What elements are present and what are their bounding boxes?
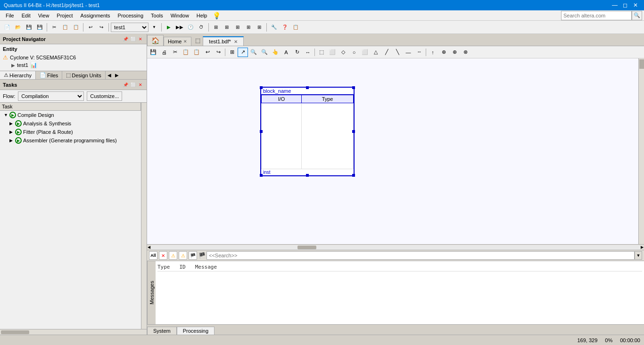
clock-button[interactable]: 🕐 (185, 22, 196, 33)
canvas-circle-btn[interactable]: ○ (349, 48, 359, 57)
canvas-zoomout-btn[interactable]: 🔍 (259, 48, 270, 57)
msg-tab-system[interactable]: System (147, 327, 177, 335)
tab-design-units[interactable]: ⬚ Design Units (62, 71, 105, 79)
run2-button[interactable]: ▶▶ (174, 22, 185, 33)
handle-tr[interactable] (352, 86, 355, 89)
menu-file[interactable]: File (2, 12, 18, 19)
pn-close-button[interactable]: ✕ (137, 36, 144, 42)
canvas-vscroll[interactable] (638, 58, 644, 244)
expand-icon-3[interactable]: ▶ (9, 138, 15, 143)
canvas-diag1-btn[interactable]: ╱ (381, 48, 392, 57)
canvas-redo-btn[interactable]: ↪ (213, 48, 223, 57)
design-canvas[interactable]: block_name I/O Type (147, 58, 644, 244)
tab-icon[interactable]: ⬚ (192, 35, 203, 46)
handle-br[interactable] (352, 174, 355, 177)
menu-processing[interactable]: Processing (114, 12, 147, 19)
tb5-button[interactable]: ⊞ (254, 22, 264, 33)
nav-next-button[interactable]: ▶ (113, 71, 121, 79)
menu-tools[interactable]: Tools (147, 12, 167, 19)
canvas-mirror-btn[interactable]: ↔ (303, 48, 313, 57)
expand-icon-2[interactable]: ▶ (9, 130, 15, 134)
timer-button[interactable]: ⏱ (196, 22, 206, 33)
canvas-print-btn[interactable]: 🖨 (159, 48, 169, 57)
tab-bdf[interactable]: test1.bdf* ✕ (203, 36, 243, 46)
sidebar-hscroll-thumb[interactable] (1, 330, 29, 334)
canvas-vscroll-thumb[interactable] (639, 59, 644, 69)
close-button[interactable]: ✕ (631, 0, 640, 10)
msg-search-dropdown[interactable]: ▼ (635, 251, 642, 260)
menu-window[interactable]: Window (167, 12, 193, 19)
bdf-tab-close[interactable]: ✕ (234, 39, 238, 44)
search-button[interactable]: 🔍 (632, 11, 642, 20)
canvas-diamond-btn[interactable]: ◇ (338, 48, 348, 57)
tb7-button[interactable]: ❓ (280, 22, 290, 33)
tb6-button[interactable]: 🔧 (269, 22, 279, 33)
tb2-button[interactable]: ⊞ (222, 22, 232, 33)
msg-search-input[interactable] (206, 251, 635, 260)
cut-button[interactable]: ✂ (49, 22, 59, 33)
canvas-rect-btn[interactable]: ⬜ (327, 48, 338, 57)
hscroll-thumb[interactable] (297, 246, 316, 249)
canvas-save-btn[interactable]: 💾 (148, 48, 158, 57)
canvas-minus-btn[interactable]: ⊗ (460, 48, 471, 57)
tasks-pin-button[interactable]: 📌 (122, 82, 129, 88)
msg-tab-processing[interactable]: Processing (177, 327, 215, 335)
handle-bm[interactable] (306, 174, 309, 177)
canvas-plus2-btn[interactable]: ⊕ (449, 48, 460, 57)
menu-assignments[interactable]: Assignments (77, 12, 114, 19)
tb8-button[interactable]: 📋 (290, 22, 301, 33)
canvas-full-btn[interactable]: ⊞ (227, 48, 237, 57)
canvas-up-btn[interactable]: ↑ (428, 48, 438, 57)
handle-bl[interactable] (260, 174, 263, 177)
maximize-button[interactable]: ◻ (620, 0, 630, 10)
menu-edit[interactable]: Edit (18, 12, 34, 19)
canvas-rect2-btn[interactable]: ⬜ (360, 48, 370, 57)
help-icon[interactable]: 💡 (213, 12, 221, 19)
undo-button[interactable]: ↩ (85, 22, 96, 33)
canvas-block-btn[interactable]: ⬚ (316, 48, 327, 57)
menu-project[interactable]: Project (53, 12, 76, 19)
canvas-cut-btn[interactable]: ✂ (170, 48, 180, 57)
save-all-button[interactable]: 💾 (34, 22, 45, 33)
expand-icon-1[interactable]: ▶ (9, 121, 15, 126)
sidebar-hscroll[interactable] (0, 329, 147, 335)
table-row[interactable]: ▶ ▶ Analysis & Synthesis (0, 119, 141, 128)
save-button[interactable]: 💾 (24, 22, 34, 33)
table-row[interactable]: ▶ ▶ Assembler (Generate programming file… (0, 136, 141, 145)
paste-button[interactable]: 📋 (71, 22, 81, 33)
handle-mr[interactable] (352, 130, 355, 133)
minimize-button[interactable]: — (610, 0, 619, 10)
copy-button[interactable]: 📋 (60, 22, 70, 33)
hscroll-track[interactable] (151, 245, 640, 250)
canvas-select-btn[interactable]: ↗ (238, 48, 248, 57)
canvas-dash-btn[interactable]: ╌ (414, 48, 424, 57)
table-row[interactable]: ▶ ▶ Fitter (Place & Route) (0, 128, 141, 136)
canvas-undo-btn[interactable]: ↩ (202, 48, 213, 57)
menu-help[interactable]: Help (193, 12, 211, 19)
msg-info-button[interactable]: ⚠ (179, 251, 187, 260)
tb3-button[interactable]: ⊞ (232, 22, 243, 33)
hscroll-right[interactable]: ▶ (640, 245, 644, 250)
handle-tm[interactable] (306, 86, 309, 89)
tab-hierarchy[interactable]: ⚠ Hierarchy (0, 71, 36, 79)
pn-restore-button[interactable]: ⬜ (130, 36, 136, 42)
msg-note-button[interactable]: 🏴 (189, 251, 197, 260)
tab-home[interactable]: 🏠 (147, 35, 164, 46)
nav-prev-button[interactable]: ◀ (106, 71, 113, 79)
combo-arrow[interactable]: ▼ (149, 22, 159, 33)
tasks-close-button[interactable]: ✕ (137, 82, 144, 88)
flow-combo[interactable]: Compilation (18, 91, 84, 101)
tasks-restore-button[interactable]: ⬜ (130, 82, 136, 88)
tasks-vert-scroll[interactable] (141, 103, 147, 329)
new-button[interactable]: 📄 (2, 22, 12, 33)
pn-pin-button[interactable]: 📌 (122, 36, 129, 42)
canvas-hscroll[interactable]: ◀ ▶ (147, 244, 644, 250)
msg-error-button[interactable]: ✕ (159, 251, 167, 260)
canvas-copy-btn[interactable]: 📋 (181, 48, 191, 57)
tb4-button[interactable]: ⊞ (243, 22, 254, 33)
msg-all-button[interactable]: All (149, 251, 157, 260)
tb1-button[interactable]: ⊞ (211, 22, 221, 33)
canvas-paste-btn[interactable]: 📋 (191, 48, 202, 57)
bdf-block[interactable]: block_name I/O Type (260, 87, 355, 176)
canvas-diag2-btn[interactable]: ╲ (392, 48, 403, 57)
